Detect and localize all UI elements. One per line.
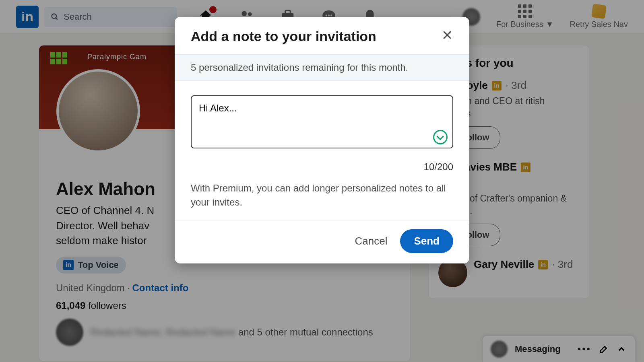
close-button[interactable] <box>439 27 456 46</box>
grammarly-icon[interactable] <box>433 130 448 144</box>
invitation-note-modal: Add a note to your invitation 5 personal… <box>175 17 469 263</box>
modal-scrim[interactable]: Add a note to your invitation 5 personal… <box>0 0 644 362</box>
send-button[interactable]: Send <box>400 229 453 253</box>
invites-remaining-banner: 5 personalized invitations remaining for… <box>175 54 469 81</box>
invitation-note-textarea[interactable] <box>191 95 453 148</box>
close-icon <box>441 29 453 41</box>
modal-title: Add a note to your invitation <box>191 29 376 44</box>
cancel-button[interactable]: Cancel <box>355 235 387 247</box>
character-count: 10/200 <box>191 161 453 173</box>
premium-upsell-text: With Premium, you can add longer persona… <box>191 181 453 210</box>
